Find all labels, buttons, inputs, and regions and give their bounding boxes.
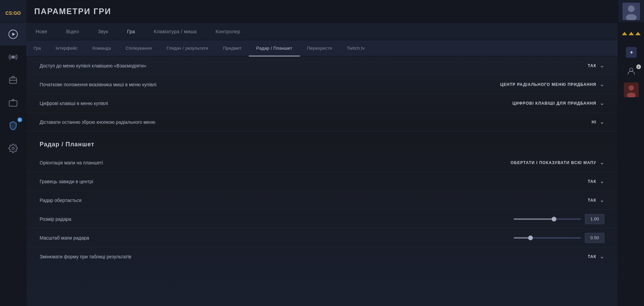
- slider-radar-size: 1.00: [504, 214, 604, 224]
- slider-thumb-radar-scale[interactable]: [528, 236, 533, 240]
- shield-badge: +: [17, 117, 22, 122]
- dropdown-digital-keys-value: ЦИФРОВІ КЛАВІШІ ДЛЯ ПРИДБАННЯ: [512, 101, 596, 106]
- tab-kontroler[interactable]: Контролер: [206, 23, 250, 40]
- avatar[interactable]: [623, 3, 640, 20]
- setting-label-radar-size: Розмір радара: [40, 216, 504, 222]
- setting-label-radar-rotate: Радар обертається: [40, 198, 504, 203]
- setting-radar-rotate: Радар обертається ТАК ⌄: [26, 191, 618, 210]
- dropdown-mouse-position-arrow: ⌄: [600, 81, 604, 88]
- tab-video[interactable]: Відео: [57, 23, 89, 40]
- dropdown-digital-keys-arrow: ⌄: [600, 100, 604, 106]
- sidebar-item-tv[interactable]: [0, 91, 26, 114]
- settings-content: Доступ до меню купівлі клавішею «Взаємод…: [26, 56, 618, 306]
- tab-gra[interactable]: Гра: [118, 23, 144, 40]
- dropdown-scoreboard-shape-value: ТАК: [588, 254, 596, 259]
- sidebar: CS:GO +: [0, 0, 26, 306]
- shield-icon: [8, 121, 18, 130]
- dropdown-player-center-value: ТАК: [588, 179, 596, 184]
- tabs-row-1: Нове Відео Звук Гра Клавіатура / миша Ко…: [26, 23, 618, 40]
- dropdown-buy-menu-arrow: ⌄: [600, 62, 604, 69]
- tab-twitch[interactable]: Twitch.tv: [339, 40, 372, 56]
- svg-rect-7: [9, 101, 17, 106]
- setting-radar-size: Розмір радара 1.00: [26, 210, 618, 228]
- setting-value-player-center: ТАК ⌄: [504, 178, 604, 185]
- dropdown-player-center[interactable]: ТАК ⌄: [588, 178, 604, 185]
- svg-rect-5: [9, 78, 16, 83]
- tab-hliadach[interactable]: Глядач / результати: [159, 40, 216, 56]
- tab-nove[interactable]: Нове: [26, 23, 57, 40]
- svg-point-8: [12, 147, 14, 150]
- rank-icon: [618, 26, 644, 42]
- sidebar-item-inventory[interactable]: [0, 68, 26, 91]
- csgo-logo-icon: CS:GO: [5, 3, 21, 19]
- setting-scoreboard-shape: Змінювати форму при таблиці результатів …: [26, 247, 618, 266]
- dropdown-radar-rotate-value: ТАК: [588, 198, 596, 203]
- setting-mouse-position: Початкове положення вказівника миші в ме…: [26, 75, 618, 94]
- setting-digital-keys: Цифрові клавіші в меню купівлі ЦИФРОВІ К…: [26, 94, 618, 113]
- avatar-container: [618, 0, 644, 23]
- setting-label-mouse-position: Початкове положення вказівника миші в ме…: [40, 82, 500, 87]
- setting-value-last-weapon: НІ ⌄: [504, 119, 604, 125]
- tab-spilkuvannia[interactable]: Спілкування: [118, 40, 159, 56]
- right-item-badge[interactable]: ✦: [618, 44, 644, 60]
- briefcase-icon: [8, 75, 18, 85]
- tab-komanda[interactable]: Команда: [85, 40, 118, 56]
- sidebar-logo: CS:GO: [0, 0, 26, 23]
- setting-value-buy-menu: ТАК ⌄: [504, 62, 604, 69]
- tab-predmet[interactable]: Предмет: [216, 40, 249, 56]
- dropdown-buy-menu[interactable]: ТАК ⌄: [588, 62, 604, 69]
- slider-thumb-radar-size[interactable]: [552, 217, 556, 221]
- svg-text:✦: ✦: [629, 50, 633, 55]
- chevron-3: [635, 32, 641, 35]
- slider-input-radar-scale[interactable]: 0.50: [585, 233, 604, 243]
- tab-perekhrestia[interactable]: Перехрестя: [300, 40, 339, 56]
- dropdown-map-orientation-value: ОБЕРТАТИ І ПОКАЗУВАТИ ВСЮ МАПУ: [511, 160, 597, 165]
- sidebar-item-play[interactable]: [0, 23, 26, 46]
- slider-input-radar-size[interactable]: 1.00: [585, 214, 604, 224]
- dropdown-mouse-position[interactable]: ЦЕНТР РАДІАЛЬНОГО МЕНЮ ПРИДБАННЯ ⌄: [500, 81, 604, 88]
- slider-track-radar-size[interactable]: [514, 218, 581, 220]
- dropdown-last-weapon[interactable]: НІ ⌄: [592, 119, 604, 125]
- dropdown-last-weapon-value: НІ: [592, 120, 596, 124]
- top-header: ПАРАМЕТРИ ГРИ: [26, 0, 618, 23]
- user-badge: 1: [636, 64, 641, 69]
- radio-icon: [8, 52, 18, 62]
- setting-map-orientation: Орієнтація мапи на планшеті ОБЕРТАТИ І П…: [26, 153, 618, 172]
- sidebar-item-shield[interactable]: +: [0, 114, 26, 137]
- avatar-icon: [623, 3, 640, 20]
- right-item-avatar2[interactable]: [618, 82, 644, 98]
- tab-klaviatura[interactable]: Клавіатура / миша: [144, 23, 206, 40]
- setting-value-scoreboard-shape: ТАК ⌄: [504, 253, 604, 260]
- slider-track-radar-scale[interactable]: [514, 237, 581, 239]
- setting-label-last-weapon: Діставати останню зброю кнопкою радіальн…: [40, 119, 504, 125]
- star-badge-icon: ✦: [626, 47, 637, 58]
- dropdown-digital-keys[interactable]: ЦИФРОВІ КЛАВІШІ ДЛЯ ПРИДБАННЯ ⌄: [512, 100, 604, 106]
- chevron-1: [622, 32, 627, 35]
- tab-radar[interactable]: Радар / Планшет: [249, 40, 300, 56]
- setting-value-map-orientation: ОБЕРТАТИ І ПОКАЗУВАТИ ВСЮ МАПУ ⌄: [504, 159, 604, 166]
- main-content: ПАРАМЕТРИ ГРИ Нове Відео Звук Гра Клавіа…: [26, 0, 618, 306]
- sidebar-item-settings[interactable]: [0, 137, 26, 160]
- dropdown-buy-menu-value: ТАК: [588, 63, 596, 68]
- tab-gra2[interactable]: Гра: [26, 40, 48, 56]
- setting-label-map-orientation: Орієнтація мапи на планшеті: [40, 160, 504, 165]
- chevron-2: [629, 32, 634, 35]
- tabs-row-2: Гра Інтерфейс Команда Спілкування Глядач…: [26, 40, 618, 56]
- right-panel: ✦ 1: [618, 0, 644, 306]
- tab-interface[interactable]: Інтерфейс: [48, 40, 85, 56]
- section-header-radar: Радар / Планшет: [26, 132, 618, 153]
- slider-radar-scale: 0.50: [504, 233, 604, 243]
- sidebar-item-radio[interactable]: [0, 46, 26, 68]
- dropdown-scoreboard-shape[interactable]: ТАК ⌄: [588, 253, 604, 260]
- dropdown-map-orientation[interactable]: ОБЕРТАТИ І ПОКАЗУВАТИ ВСЮ МАПУ ⌄: [511, 159, 605, 166]
- right-item-user[interactable]: 1: [618, 63, 644, 79]
- setting-label-buy-menu: Доступ до меню купівлі клавішею «Взаємод…: [40, 63, 504, 68]
- setting-player-center: Гравець завжди в центрі ТАК ⌄: [26, 172, 618, 191]
- setting-label-digital-keys: Цифрові клавіші в меню купівлі: [40, 101, 504, 106]
- setting-buy-menu-access: Доступ до меню купівлі клавішею «Взаємод…: [26, 56, 618, 75]
- setting-radar-scale: Масштаб мапи радара 0.50: [26, 228, 618, 247]
- dropdown-mouse-position-value: ЦЕНТР РАДІАЛЬНОГО МЕНЮ ПРИДБАННЯ: [500, 82, 596, 87]
- tab-zvuk[interactable]: Звук: [89, 23, 118, 40]
- dropdown-player-center-arrow: ⌄: [600, 178, 604, 185]
- dropdown-radar-rotate[interactable]: ТАК ⌄: [588, 197, 604, 203]
